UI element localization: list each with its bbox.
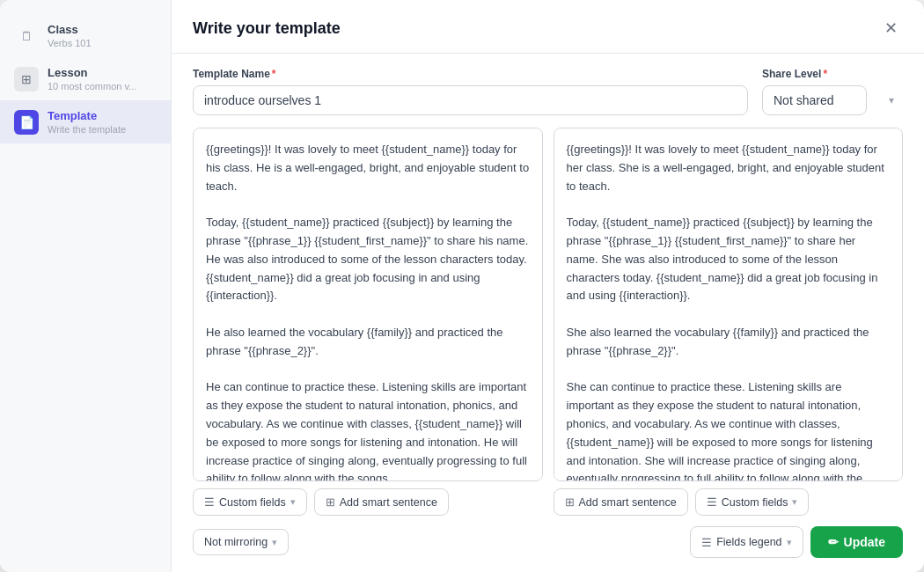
right-add-smart-sentence-button[interactable]: ⊞ Add smart sentence [554, 488, 688, 516]
smart-sentence-icon-right: ⊞ [565, 495, 575, 509]
template-name-group: Template Name* [193, 68, 748, 115]
pencil-icon: ✏ [828, 535, 839, 549]
footer-left: Not mirroring ▾ [193, 529, 289, 555]
share-level-select[interactable]: Not shared Public School only [762, 85, 867, 115]
close-button[interactable]: ✕ [878, 16, 903, 40]
form-area: Template Name* Share Level* Not shared P… [172, 54, 924, 124]
smart-sentence-icon: ⊞ [326, 495, 335, 509]
share-level-group: Share Level* Not shared Public School on… [762, 68, 903, 115]
modal: 🗒 Class Verbs 101 ⊞ Lesson 10 most commo… [0, 0, 924, 572]
template-name-label: Template Name* [193, 68, 748, 80]
not-mirroring-button[interactable]: Not mirroring ▾ [193, 529, 289, 555]
left-add-smart-sentence-button[interactable]: ⊞ Add smart sentence [314, 488, 449, 516]
sidebar-item-class-label: Class [48, 23, 92, 36]
sidebar-item-class-sublabel: Verbs 101 [48, 38, 92, 48]
fields-legend-button[interactable]: ☰ Fields legend ▾ [690, 526, 803, 558]
main-content: Write your template ✕ Template Name* Sha… [172, 0, 924, 572]
custom-fields-chevron-icon: ▾ [290, 496, 296, 508]
right-editor-panel: {{greetings}}! It was lovely to meet {{s… [554, 128, 904, 519]
left-toolbar: ☰ Custom fields ▾ ⊞ Add smart sentence [193, 481, 543, 519]
lesson-icon: ⊞ [14, 67, 39, 92]
header: Write your template ✕ [172, 0, 924, 54]
share-level-chevron-icon: ▾ [889, 94, 894, 106]
right-toolbar: ⊞ Add smart sentence ☰ Custom fields ▾ [554, 481, 904, 519]
footer-row: Not mirroring ▾ ☰ Fields legend ▾ ✏ Upda… [172, 519, 924, 572]
footer-right: ☰ Fields legend ▾ ✏ Update [690, 526, 903, 558]
update-button[interactable]: ✏ Update [810, 526, 903, 558]
sidebar-item-class[interactable]: 🗒 Class Verbs 101 [0, 14, 171, 57]
fields-legend-chevron-icon: ▾ [787, 537, 792, 548]
editors-row: {{greetings}}! It was lovely to meet {{s… [172, 128, 924, 519]
share-level-select-wrapper: Not shared Public School only ▾ [762, 85, 903, 115]
sidebar: 🗒 Class Verbs 101 ⊞ Lesson 10 most commo… [0, 0, 172, 572]
right-editor-textarea[interactable]: {{greetings}}! It was lovely to meet {{s… [554, 128, 904, 481]
sidebar-item-lesson-sublabel: 10 most common v... [48, 81, 136, 92]
list-icon-right: ☰ [707, 495, 717, 509]
right-custom-fields-button[interactable]: ☰ Custom fields ▾ [695, 488, 810, 516]
fields-legend-icon: ☰ [701, 536, 712, 549]
sidebar-item-template[interactable]: 📄 Template Write the template [0, 100, 171, 143]
left-custom-fields-button[interactable]: ☰ Custom fields ▾ [193, 488, 307, 516]
modal-title: Write your template [193, 19, 341, 38]
class-icon: 🗒 [14, 24, 39, 48]
left-editor-panel: {{greetings}}! It was lovely to meet {{s… [193, 128, 543, 519]
sidebar-item-template-label: Template [48, 109, 126, 122]
list-icon: ☰ [204, 495, 215, 509]
sidebar-item-lesson[interactable]: ⊞ Lesson 10 most common v... [0, 57, 171, 100]
sidebar-item-template-sublabel: Write the template [48, 124, 126, 135]
template-name-input[interactable] [193, 85, 748, 115]
sidebar-item-lesson-label: Lesson [48, 66, 136, 79]
share-level-label: Share Level* [762, 68, 903, 80]
custom-fields-chevron-icon-right: ▾ [792, 496, 797, 508]
not-mirroring-chevron-icon: ▾ [272, 537, 277, 548]
template-icon: 📄 [14, 110, 39, 135]
left-editor-textarea[interactable]: {{greetings}}! It was lovely to meet {{s… [193, 128, 543, 481]
